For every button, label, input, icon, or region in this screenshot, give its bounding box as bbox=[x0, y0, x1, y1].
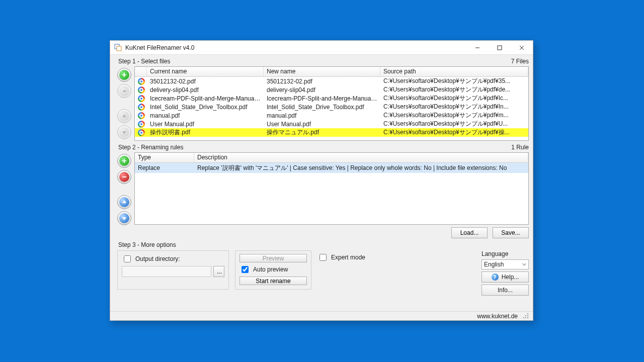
svg-rect-3 bbox=[498, 46, 502, 50]
add-rule-button[interactable]: + bbox=[117, 154, 131, 168]
outdir-browse-button[interactable]: ... bbox=[213, 266, 224, 277]
rule-row[interactable]: ReplaceReplace '説明書' with 'マニュアル' | Case… bbox=[135, 163, 528, 173]
file-new-name: manual.pdf bbox=[264, 112, 380, 119]
file-row[interactable]: 操作説明書.pdf操作マニュアル.pdfC:¥Users¥softaro¥Des… bbox=[135, 128, 528, 137]
language-select[interactable]: English bbox=[481, 259, 529, 269]
app-window: KuKnet FileRenamer v4.0 Step 1 - Select … bbox=[110, 40, 533, 321]
col-type[interactable]: Type bbox=[135, 153, 194, 162]
preview-group: Preview Auto preview Start rename bbox=[235, 250, 311, 290]
preview-button[interactable]: Preview bbox=[239, 254, 307, 262]
window-title: KuKnet FileRenamer v4.0 bbox=[125, 44, 466, 51]
svg-rect-1 bbox=[117, 46, 121, 51]
file-type-icon bbox=[138, 112, 145, 119]
status-url[interactable]: www.kuknet.de bbox=[477, 313, 518, 320]
info-button[interactable]: Info... bbox=[481, 285, 529, 296]
rule-description: Replace '説明書' with 'マニュアル' | Case sensit… bbox=[194, 164, 528, 172]
autopreview-check[interactable]: Auto preview bbox=[239, 264, 307, 275]
file-current-name: Intel_Solid_State_Drive_Toolbox.pdf bbox=[147, 104, 264, 111]
file-current-name: 操作説明書.pdf bbox=[147, 128, 264, 137]
statusbar: www.kuknet.de bbox=[110, 311, 533, 320]
help-icon: ? bbox=[492, 274, 499, 281]
step2-label: Step 2 - Renaming rules bbox=[118, 144, 183, 151]
step1-label: Step 1 - Select files bbox=[118, 58, 170, 65]
col-current[interactable]: Current name bbox=[147, 67, 264, 76]
col-icon[interactable] bbox=[135, 67, 147, 76]
remove-file-button[interactable]: − bbox=[117, 84, 131, 98]
step1-count: 7 Files bbox=[511, 58, 529, 65]
autopreview-checkbox[interactable] bbox=[242, 266, 249, 273]
step1-sidebuttons: + − bbox=[114, 66, 134, 141]
file-source-path: C:¥Users¥softaro¥Desktop¥サンプル¥pdf¥de... bbox=[380, 85, 528, 94]
file-row[interactable]: delivery-slip04.pdfdelivery-slip04.pdfC:… bbox=[135, 85, 528, 94]
expert-check[interactable]: Expert mode bbox=[317, 252, 365, 262]
file-row[interactable]: Icecream-PDF-Split-and-Merge-Manual...Ic… bbox=[135, 94, 528, 103]
step3-label: Step 3 - More options bbox=[118, 241, 176, 248]
help-button[interactable]: ? Help... bbox=[481, 272, 529, 283]
step1-header: Step 1 - Select files 7 Files bbox=[114, 55, 529, 66]
start-rename-button[interactable]: Start rename bbox=[239, 277, 307, 285]
file-row[interactable]: 35012132-02.pdf35012132-02.pdfC:¥Users¥s… bbox=[135, 77, 528, 85]
outdir-group: Output directory: ... bbox=[117, 250, 229, 290]
add-file-button[interactable]: + bbox=[117, 68, 131, 82]
step3-header: Step 3 - More options bbox=[114, 238, 529, 249]
file-row[interactable]: manual.pdfmanual.pdfC:¥Users¥softaro¥Des… bbox=[135, 111, 528, 120]
rule-move-up-button[interactable] bbox=[117, 195, 131, 209]
save-rules-button[interactable]: Save... bbox=[493, 227, 529, 238]
file-current-name: delivery-slip04.pdf bbox=[147, 86, 264, 94]
file-source-path: C:¥Users¥softaro¥Desktop¥サンプル¥pdf¥操... bbox=[380, 128, 528, 137]
file-source-path: C:¥Users¥softaro¥Desktop¥サンプル¥pdf¥Ic... bbox=[380, 94, 528, 103]
file-source-path: C:¥Users¥softaro¥Desktop¥サンプル¥pdf¥U... bbox=[380, 120, 528, 128]
step2-sidebuttons: + − bbox=[114, 152, 134, 225]
file-new-name: User Manual.pdf bbox=[264, 121, 380, 128]
close-button[interactable] bbox=[511, 41, 533, 55]
file-new-name: 操作マニュアル.pdf bbox=[264, 128, 380, 137]
col-new[interactable]: New name bbox=[264, 67, 380, 76]
file-row[interactable]: User Manual.pdfUser Manual.pdfC:¥Users¥s… bbox=[135, 120, 528, 128]
remove-rule-button[interactable]: − bbox=[117, 170, 131, 184]
file-current-name: Icecream-PDF-Split-and-Merge-Manual... bbox=[147, 95, 264, 102]
chevron-down-icon bbox=[522, 261, 526, 268]
expert-checkbox[interactable] bbox=[319, 254, 327, 261]
file-type-icon bbox=[138, 95, 145, 102]
file-row[interactable]: Intel_Solid_State_Drive_Toolbox.pdfIntel… bbox=[135, 103, 528, 111]
file-new-name: delivery-slip04.pdf bbox=[264, 86, 380, 94]
file-new-name: Intel_Solid_State_Drive_Toolbox.pdf bbox=[264, 104, 380, 111]
col-desc[interactable]: Description bbox=[194, 153, 528, 162]
file-new-name: Icecream-PDF-Split-and-Merge-Manual... bbox=[264, 95, 380, 102]
outdir-check[interactable]: Output directory: bbox=[122, 254, 224, 264]
col-path[interactable]: Source path bbox=[380, 67, 528, 76]
step2-header: Step 2 - Renaming rules 1 Rule bbox=[114, 141, 529, 152]
rule-list[interactable]: Type Description ReplaceReplace '説明書' wi… bbox=[134, 152, 529, 225]
outdir-checkbox[interactable] bbox=[124, 255, 131, 262]
file-move-down-button[interactable] bbox=[117, 125, 131, 139]
file-current-name: 35012132-02.pdf bbox=[147, 78, 264, 85]
file-current-name: User Manual.pdf bbox=[147, 121, 264, 128]
minimize-button[interactable] bbox=[466, 41, 489, 55]
info-label: Info... bbox=[498, 287, 513, 294]
maximize-button[interactable] bbox=[489, 41, 511, 55]
file-source-path: C:¥Users¥softaro¥Desktop¥サンプル¥pdf¥In... bbox=[380, 103, 528, 111]
file-source-path: C:¥Users¥softaro¥Desktop¥サンプル¥pdf¥35... bbox=[380, 77, 528, 85]
rule-move-down-button[interactable] bbox=[117, 211, 131, 225]
outdir-input[interactable] bbox=[122, 266, 211, 277]
file-type-icon bbox=[138, 104, 145, 111]
file-source-path: C:¥Users¥softaro¥Desktop¥サンプル¥pdf¥m... bbox=[380, 111, 528, 120]
file-list[interactable]: Current name New name Source path 350121… bbox=[134, 66, 529, 141]
autopreview-label: Auto preview bbox=[253, 266, 288, 273]
titlebar: KuKnet FileRenamer v4.0 bbox=[110, 41, 533, 55]
file-new-name: 35012132-02.pdf bbox=[264, 78, 380, 85]
file-current-name: manual.pdf bbox=[147, 112, 264, 119]
file-type-icon bbox=[138, 129, 145, 136]
outdir-label: Output directory: bbox=[135, 255, 180, 262]
file-type-icon bbox=[138, 121, 145, 128]
language-value: English bbox=[484, 261, 504, 268]
language-label: Language bbox=[481, 250, 529, 257]
file-type-icon bbox=[138, 86, 145, 94]
file-type-icon bbox=[138, 78, 145, 85]
step2-count: 1 Rule bbox=[511, 144, 529, 151]
file-move-up-button[interactable] bbox=[117, 109, 131, 123]
resize-grip[interactable] bbox=[523, 313, 530, 320]
load-rules-button[interactable]: Load... bbox=[451, 227, 488, 238]
rule-type: Replace bbox=[135, 164, 194, 171]
help-label: Help... bbox=[502, 274, 519, 281]
